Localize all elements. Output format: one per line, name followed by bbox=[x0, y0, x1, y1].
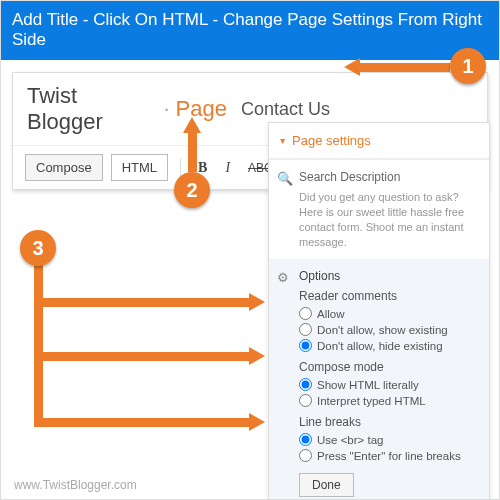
callout-2: 2 bbox=[174, 172, 210, 208]
done-button[interactable]: Done bbox=[299, 473, 354, 497]
callout-1: 1 bbox=[450, 48, 486, 84]
arrow-1-head bbox=[344, 58, 360, 76]
radio-dont-show[interactable]: Don't allow, show existing bbox=[299, 323, 477, 336]
radio-allow[interactable]: Allow bbox=[299, 307, 477, 320]
options-title: Options bbox=[299, 269, 477, 283]
radio-dont-hide-label: Don't allow, hide existing bbox=[317, 340, 443, 352]
arrow-1-line bbox=[360, 63, 450, 72]
arrow-3-head-2 bbox=[249, 347, 265, 365]
options-section: ⚙ Options Reader comments Allow Don't al… bbox=[269, 259, 489, 500]
radio-br-tag[interactable]: Use <br> tag bbox=[299, 433, 477, 446]
arrow-2-line bbox=[188, 132, 197, 172]
html-button[interactable]: HTML bbox=[111, 154, 168, 181]
radio-allow-label: Allow bbox=[317, 308, 344, 320]
radio-enter[interactable]: Press "Enter" for line breaks bbox=[299, 449, 477, 462]
page-title-input[interactable] bbox=[241, 99, 473, 120]
radio-br-tag-label: Use <br> tag bbox=[317, 434, 383, 446]
italic-button[interactable]: I bbox=[220, 158, 235, 178]
arrow-3-trunk bbox=[34, 265, 43, 425]
arrow-3-branch-2 bbox=[34, 352, 249, 361]
footer-url: www.TwistBlogger.com bbox=[14, 478, 137, 492]
breadcrumb-separator: · bbox=[157, 96, 175, 122]
arrow-2-head bbox=[183, 117, 201, 133]
callout-3: 3 bbox=[20, 230, 56, 266]
radio-show-literal-label: Show HTML literally bbox=[317, 379, 419, 391]
compose-mode-label: Compose mode bbox=[299, 360, 477, 374]
line-breaks-label: Line breaks bbox=[299, 415, 477, 429]
page-settings-panel: Page settings 🔍 Search Description Did y… bbox=[268, 122, 490, 500]
radio-show-literal[interactable]: Show HTML literally bbox=[299, 378, 477, 391]
search-description-text: Did you get any question to ask? Here is… bbox=[299, 190, 477, 249]
arrow-3-branch-1 bbox=[34, 298, 249, 307]
gear-icon: ⚙ bbox=[277, 270, 289, 285]
compose-button[interactable]: Compose bbox=[25, 154, 103, 181]
panel-header[interactable]: Page settings bbox=[269, 123, 489, 159]
instruction-banner: Add Title - Click On HTML - Change Page … bbox=[0, 0, 500, 60]
breadcrumb-site: Twist Blogger bbox=[27, 83, 157, 135]
radio-interpret-label: Interpret typed HTML bbox=[317, 395, 426, 407]
arrow-3-head-1 bbox=[249, 293, 265, 311]
arrow-3-branch-3 bbox=[34, 418, 249, 427]
arrow-3-head-3 bbox=[249, 413, 265, 431]
radio-enter-label: Press "Enter" for line breaks bbox=[317, 450, 461, 462]
search-icon: 🔍 bbox=[277, 171, 293, 186]
reader-comments-label: Reader comments bbox=[299, 289, 477, 303]
search-description-title: Search Description bbox=[299, 170, 477, 184]
radio-dont-show-label: Don't allow, show existing bbox=[317, 324, 448, 336]
search-description-section[interactable]: 🔍 Search Description Did you get any que… bbox=[269, 159, 489, 259]
radio-dont-hide[interactable]: Don't allow, hide existing bbox=[299, 339, 477, 352]
radio-interpret[interactable]: Interpret typed HTML bbox=[299, 394, 477, 407]
